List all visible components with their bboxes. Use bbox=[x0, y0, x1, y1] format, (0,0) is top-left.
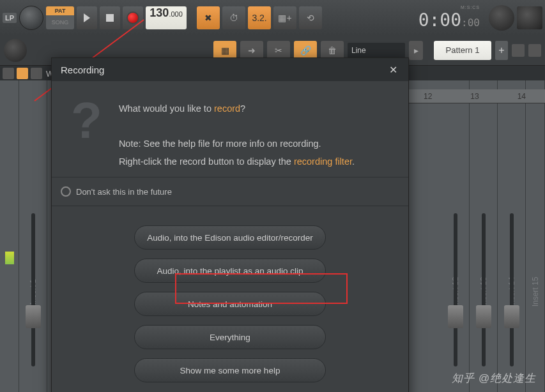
track-master[interactable] bbox=[0, 80, 19, 392]
fader-slot bbox=[31, 213, 35, 366]
tempo-value: 130 bbox=[150, 6, 169, 20]
cut-button[interactable]: ✂ bbox=[267, 41, 290, 60]
fader-handle[interactable] bbox=[448, 305, 463, 328]
snap-selector[interactable]: Line bbox=[348, 43, 405, 58]
option-edison-button[interactable]: Audio, into the Edison audio editor/reco… bbox=[134, 225, 326, 250]
lp-label: LP bbox=[3, 13, 17, 23]
option-everything-button[interactable]: Everything bbox=[134, 325, 326, 349]
recording-dialog: Recording ✕ ? What would you like to rec… bbox=[51, 57, 409, 392]
pattern-selector[interactable]: Pattern 1 bbox=[434, 41, 491, 60]
main-volume-knob[interactable] bbox=[19, 6, 43, 30]
marker-icon[interactable] bbox=[17, 68, 28, 79]
fader-handle[interactable] bbox=[476, 305, 491, 328]
play-button[interactable] bbox=[77, 6, 97, 29]
track-label: Insert 15 bbox=[531, 277, 540, 307]
time-main: 0:00 bbox=[418, 10, 461, 31]
snap-next-button[interactable]: ▸ bbox=[409, 41, 423, 60]
track-insert-1[interactable]: Insert 1 bbox=[19, 80, 47, 392]
option-help-button[interactable]: Show me some more help bbox=[134, 358, 326, 382]
fader-slot bbox=[482, 213, 486, 366]
cpu-meter[interactable] bbox=[489, 5, 514, 31]
time-display[interactable]: M:S:CS 0:00:00 bbox=[418, 5, 486, 31]
swing-knob[interactable] bbox=[4, 39, 27, 62]
prev-icon[interactable] bbox=[3, 68, 14, 79]
close-button[interactable]: ✕ bbox=[387, 63, 399, 76]
time-centiseconds: :00 bbox=[461, 17, 480, 29]
ruler-tick: 12 bbox=[424, 92, 432, 101]
option-notes-button[interactable]: Notes and automation bbox=[134, 292, 326, 316]
track-insert-12[interactable]: Insert 12 bbox=[441, 80, 470, 392]
track-insert-14[interactable]: Insert 14 bbox=[498, 80, 526, 392]
ruler-tick: 14 bbox=[518, 92, 526, 101]
time-format-label: M:S:CS bbox=[461, 5, 480, 10]
forward-button[interactable]: ➜ bbox=[240, 41, 263, 60]
dont-ask-label: Don't ask this in the future bbox=[76, 187, 172, 197]
option-playlist-button[interactable]: Audio, into the playlist as an audio cli… bbox=[134, 259, 326, 283]
add-pattern-button[interactable]: + bbox=[495, 41, 508, 60]
track-insert-15[interactable]: Insert 15 bbox=[526, 80, 545, 392]
dialog-message: What would you like to record? Note: See… bbox=[119, 100, 355, 170]
dont-ask-row[interactable]: Don't ask this in the future bbox=[52, 177, 408, 206]
pattern-name: Pattern 1 bbox=[446, 45, 480, 55]
snap-value: Line bbox=[351, 46, 366, 55]
ruler-tick: 13 bbox=[470, 92, 479, 101]
stop-button[interactable] bbox=[100, 6, 120, 29]
link-button[interactable]: 🔗 bbox=[294, 41, 317, 60]
tempo-display[interactable]: 130 .000 bbox=[146, 6, 187, 29]
grid-button[interactable]: ▦ bbox=[213, 41, 236, 60]
menu-icon[interactable] bbox=[528, 44, 541, 57]
step-label: 3.2. bbox=[252, 13, 266, 23]
track-insert-13[interactable]: Insert 13 bbox=[470, 80, 498, 392]
level-meter bbox=[5, 252, 14, 264]
loop-button[interactable]: ⟲ bbox=[299, 6, 322, 29]
record-link[interactable]: record bbox=[214, 103, 240, 114]
fader-slot bbox=[510, 213, 514, 366]
visualizer[interactable] bbox=[517, 6, 542, 29]
watermark: 知乎 @绝处逢生 bbox=[452, 371, 536, 386]
delete-button[interactable]: 🗑 bbox=[321, 41, 344, 60]
record-icon bbox=[127, 11, 139, 24]
metronome-button[interactable]: ✖ bbox=[197, 6, 220, 29]
countdown-button[interactable]: ⏱ bbox=[222, 6, 245, 29]
pattern-song-toggle[interactable]: PAT SONG bbox=[46, 6, 74, 29]
record-button[interactable] bbox=[123, 6, 143, 29]
fader-handle[interactable] bbox=[26, 305, 41, 328]
overdub-button[interactable]: ▦+ bbox=[273, 6, 296, 29]
step-button[interactable]: 3.2. bbox=[248, 6, 271, 29]
pat-label: PAT bbox=[46, 6, 74, 15]
dont-ask-radio[interactable] bbox=[61, 186, 71, 197]
tempo-decimal: .000 bbox=[169, 10, 182, 18]
main-toolbar: LP PAT SONG 130 .000 ✖ ⏱ 3.2. ▦+ ⟲ M:S:C… bbox=[0, 0, 545, 35]
keyboard-icon[interactable] bbox=[512, 44, 525, 57]
dialog-title: Recording bbox=[61, 64, 104, 75]
fader-handle[interactable] bbox=[504, 305, 519, 328]
recording-filter-link[interactable]: recording filter bbox=[294, 156, 352, 167]
stop-icon bbox=[106, 14, 114, 22]
song-label: SONG bbox=[46, 15, 74, 29]
timeline-ruler[interactable]: 12 13 14 bbox=[404, 89, 545, 103]
view-icon[interactable] bbox=[31, 68, 42, 79]
question-icon: ? bbox=[71, 100, 102, 170]
fader-slot bbox=[454, 213, 457, 366]
play-icon bbox=[84, 13, 90, 22]
dialog-titlebar[interactable]: Recording ✕ bbox=[52, 58, 408, 81]
